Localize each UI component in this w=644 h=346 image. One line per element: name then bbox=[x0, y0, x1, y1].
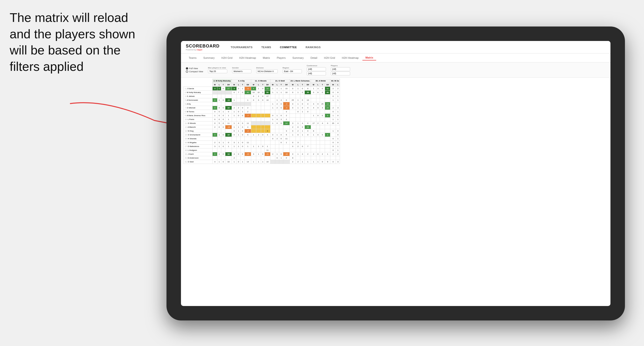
subnav-players[interactable]: Players bbox=[274, 55, 288, 60]
logo-area: SCOREBOARD Powered by clippd bbox=[186, 44, 220, 51]
players-label: Players bbox=[331, 65, 350, 67]
wlt-l4: L bbox=[275, 83, 279, 87]
subnav-matrix2[interactable]: Matrix bbox=[362, 55, 376, 60]
conference-label: Conference bbox=[307, 65, 326, 67]
table-row: 8. M Torres 0010 1012 3 010 01 bbox=[184, 110, 340, 114]
subnav-teams[interactable]: Teams bbox=[186, 55, 199, 60]
subnav-detail[interactable]: Detail bbox=[308, 55, 320, 60]
wlt-d2: Dif bbox=[245, 83, 251, 87]
matrix-table-area[interactable]: 2. M Kelly Mulcahy 6. A Dy 11. G Woods 2… bbox=[181, 78, 610, 306]
top-nav: SCOREBOARD Powered by clippd TOURNAMENTS… bbox=[181, 41, 610, 53]
players-select[interactable]: (All) bbox=[331, 67, 350, 71]
table-row: 20. E Andersson 2 010 8 bbox=[184, 156, 340, 160]
region-filter: Region East - DII bbox=[282, 67, 302, 73]
subnav-summary2[interactable]: Summary bbox=[290, 55, 307, 60]
full-view-option[interactable]: Full View bbox=[186, 67, 203, 70]
player-name: 5. A Nomrowski bbox=[184, 98, 212, 102]
region-select[interactable]: East - DII bbox=[282, 69, 302, 73]
table-row: 14. S Srichantamit 31018 0105 1204 0105 … bbox=[184, 133, 340, 137]
wlt-corner bbox=[184, 83, 212, 87]
gender-filter: Gender Women's bbox=[232, 67, 252, 73]
wlt-w1: W bbox=[212, 83, 218, 87]
wlt-l6: L bbox=[316, 83, 320, 87]
wlt-w3: W bbox=[251, 83, 256, 87]
wlt-t4: T bbox=[279, 83, 283, 87]
player-name: 18. L Hodgson bbox=[184, 149, 212, 152]
compact-view-radio[interactable] bbox=[186, 70, 188, 73]
wlt-l7: L bbox=[336, 83, 340, 87]
player-name: 21. O Stoll bbox=[184, 160, 212, 164]
players-select2[interactable]: (All) bbox=[331, 72, 350, 75]
wlt-w6: W bbox=[311, 83, 316, 87]
col-header-11: 11. G Woods bbox=[251, 79, 270, 83]
table-row: 15. H Stranda 02011 01 bbox=[184, 137, 340, 141]
player-name: 1. J Garcia bbox=[184, 87, 212, 91]
matrix-content: 2. M Kelly Mulcahy 6. A Dy 11. G Woods 2… bbox=[181, 78, 610, 306]
wlt-l3: L bbox=[256, 83, 261, 87]
player-name: 12. A Bianchi bbox=[184, 125, 212, 129]
wlt-l2: L bbox=[236, 83, 240, 87]
table-row: 16. K Mcgaha 2310 31011 01 03 00 bbox=[184, 141, 340, 145]
division-select[interactable]: NCAA Division II bbox=[256, 69, 278, 73]
nav-items: TOURNAMENTS TEAMS COMMITTEE RANKINGS bbox=[227, 44, 324, 50]
table-row: 3. S Jelinek 02017 01 bbox=[184, 94, 340, 98]
conference-filter: Conference (All) (All) bbox=[307, 65, 326, 75]
subnav-summary[interactable]: Summary bbox=[200, 55, 218, 60]
max-players-select[interactable]: Top 25 bbox=[208, 69, 227, 73]
wlt-w5: W bbox=[290, 83, 296, 87]
wlt-t6: T bbox=[320, 83, 325, 87]
table-row: 21. O Stoll 41033 10114 11110 2211 1109 … bbox=[184, 160, 340, 164]
col-header-23: 23. L Marie Schumac. bbox=[290, 79, 311, 83]
player-name: 17. D Ballesteros bbox=[184, 145, 212, 149]
max-players-label: Max players in view bbox=[208, 67, 227, 69]
players-filter: Players (All) (All) bbox=[331, 65, 350, 75]
table-row: 1. J Garcia 31027 301-11 41010 11110 010… bbox=[184, 87, 340, 91]
corner-header bbox=[184, 79, 212, 83]
table-row: 5. A Nomrowski 310-11 11 00010 140 25101… bbox=[184, 98, 340, 102]
table-row: 17. D Ballesteros 3101 1101 1101 0207 01 bbox=[184, 145, 340, 149]
wlt-d3: Dif bbox=[264, 83, 270, 87]
conference-select2[interactable]: (All) bbox=[307, 72, 326, 75]
filters-bar: Full View Compact View Max players in vi… bbox=[181, 63, 610, 78]
player-name: 20. E Andersson bbox=[184, 156, 212, 160]
table-row: 13. N Klug 010-2 3 3 0210 8 10 bbox=[184, 129, 340, 133]
compact-view-option[interactable]: Compact View bbox=[186, 70, 203, 73]
wlt-w4: W bbox=[270, 83, 275, 87]
wlt-t3: T bbox=[261, 83, 265, 87]
nav-committee[interactable]: COMMITTEE bbox=[276, 44, 301, 50]
subnav-h2h-heatmap2[interactable]: H2H Heatmap bbox=[339, 55, 362, 60]
view-options: Full View Compact View bbox=[186, 67, 203, 73]
tablet-screen: SCOREBOARD Powered by clippd TOURNAMENTS… bbox=[181, 41, 610, 306]
player-name: 6. A Dy bbox=[184, 102, 212, 106]
logo-powered: Powered by clippd bbox=[186, 49, 220, 51]
table-row: 2. M Kelly Mulcahy 07040 1010050 11110 0… bbox=[184, 91, 340, 94]
subnav-h2h-grid2[interactable]: H2H Grid bbox=[321, 55, 338, 60]
player-name: 3. S Jelinek bbox=[184, 94, 212, 98]
conference-select[interactable]: (All) bbox=[307, 67, 326, 71]
player-name: 2. M Kelly Mulcahy bbox=[184, 91, 212, 94]
nav-teams[interactable]: TEAMS bbox=[258, 44, 275, 50]
player-name: 15. H Stranda bbox=[184, 137, 212, 141]
col-header-60: 60. W Za bbox=[330, 79, 340, 83]
player-name: 8. M Torres bbox=[184, 110, 212, 114]
max-players-filter: Max players in view Top 25 bbox=[208, 67, 227, 73]
nav-rankings[interactable]: RANKINGS bbox=[302, 44, 324, 50]
table-row: 7. O Mitchell 30018 2202 120-4 0104 4042… bbox=[184, 106, 340, 110]
player-name: 14. S Srichantamit bbox=[184, 133, 212, 137]
gender-select[interactable]: Women's bbox=[232, 69, 252, 73]
wlt-d6: Dif bbox=[325, 83, 330, 87]
nav-tournaments[interactable]: TOURNAMENTS bbox=[227, 44, 256, 50]
col-header-6: 6. A Dy bbox=[232, 79, 251, 83]
full-view-radio[interactable] bbox=[186, 67, 188, 70]
subnav-h2h-heatmap[interactable]: H2H Heatmap bbox=[236, 55, 259, 60]
division-filter: Division NCAA Division II bbox=[256, 67, 278, 73]
player-name: 13. N Klug bbox=[184, 129, 212, 133]
wlt-w7: W bbox=[330, 83, 336, 87]
division-label: Division bbox=[256, 67, 278, 69]
player-name: 7. O Mitchell bbox=[184, 106, 212, 110]
sub-nav: Teams Summary H2H Grid H2H Heatmap Matri… bbox=[181, 53, 610, 63]
wlt-d4: Dif bbox=[283, 83, 290, 87]
subnav-h2h-grid[interactable]: H2H Grid bbox=[218, 55, 235, 60]
wlt-t2: T bbox=[240, 83, 245, 87]
subnav-matrix[interactable]: Matrix bbox=[260, 55, 273, 60]
